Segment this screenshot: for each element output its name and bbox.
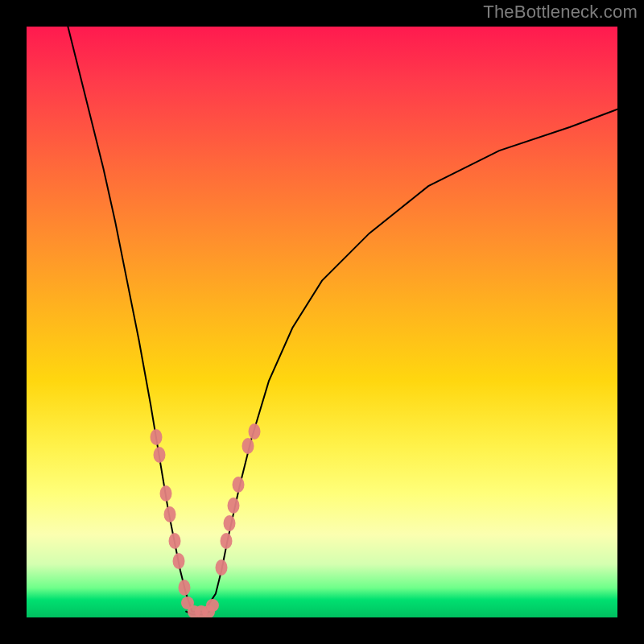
marker (242, 438, 254, 454)
marker (154, 447, 166, 463)
plot-area (27, 27, 617, 617)
marker (164, 506, 176, 522)
curve-layer (27, 27, 617, 617)
marker (216, 559, 228, 576)
curve-right-branch (192, 109, 617, 612)
marker (232, 477, 244, 493)
marker (221, 533, 233, 549)
marker (160, 485, 172, 502)
curve-left-branch (68, 27, 192, 612)
marker (206, 599, 219, 612)
marker (224, 515, 236, 531)
marker (173, 553, 185, 569)
marker (169, 533, 181, 549)
outer-frame: TheBottleneck.com (0, 0, 644, 644)
watermark-label: TheBottleneck.com (483, 2, 638, 23)
marker (151, 429, 163, 445)
marker (178, 580, 190, 596)
marker (227, 497, 239, 514)
marker (248, 423, 260, 440)
